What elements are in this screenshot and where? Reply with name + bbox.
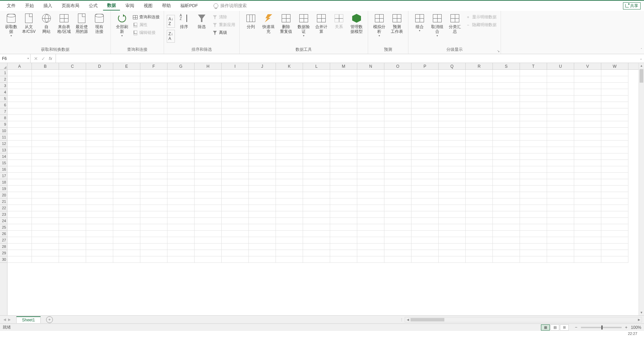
cell[interactable] xyxy=(86,160,113,166)
cell[interactable] xyxy=(86,102,113,108)
cell[interactable] xyxy=(547,256,574,263)
cell[interactable] xyxy=(411,198,439,205)
column-header[interactable]: I xyxy=(222,63,249,69)
cell[interactable] xyxy=(86,256,113,263)
cell[interactable] xyxy=(7,173,32,179)
flash-fill-button[interactable]: 快速填充 xyxy=(260,12,277,35)
cell[interactable] xyxy=(167,160,195,166)
cell[interactable] xyxy=(357,218,384,224)
cell[interactable] xyxy=(330,243,357,250)
cell[interactable] xyxy=(7,218,32,224)
cell[interactable] xyxy=(574,243,601,250)
cell[interactable] xyxy=(86,186,113,192)
cell[interactable] xyxy=(466,128,493,134)
cell[interactable] xyxy=(249,89,276,96)
cell[interactable] xyxy=(167,198,195,205)
cell[interactable] xyxy=(86,153,113,160)
dialog-launcher[interactable]: ↘ xyxy=(497,49,500,53)
cell[interactable] xyxy=(493,205,520,211)
cell[interactable] xyxy=(601,76,628,83)
cell[interactable] xyxy=(547,218,574,224)
cell[interactable] xyxy=(601,250,628,256)
tab-data[interactable]: 数据 xyxy=(103,1,120,10)
cell[interactable] xyxy=(439,147,466,153)
cell[interactable] xyxy=(195,70,222,76)
cell[interactable] xyxy=(167,134,195,141)
cell[interactable] xyxy=(439,128,466,134)
cell[interactable] xyxy=(7,160,32,166)
cell[interactable] xyxy=(547,192,574,198)
cell[interactable] xyxy=(222,115,249,121)
add-sheet-button[interactable]: + xyxy=(46,316,53,323)
cell[interactable] xyxy=(195,250,222,256)
cell[interactable] xyxy=(276,250,303,256)
cell[interactable] xyxy=(7,243,32,250)
cell[interactable] xyxy=(601,211,628,218)
select-all-button[interactable] xyxy=(0,63,7,70)
cell[interactable] xyxy=(113,128,140,134)
cell[interactable] xyxy=(276,153,303,160)
cell[interactable] xyxy=(547,166,574,173)
cell[interactable] xyxy=(547,141,574,147)
cell[interactable] xyxy=(167,166,195,173)
cell[interactable] xyxy=(520,198,547,205)
row-header[interactable]: 27 xyxy=(0,237,7,243)
cell[interactable] xyxy=(439,166,466,173)
cell[interactable] xyxy=(59,83,86,89)
cell[interactable] xyxy=(59,192,86,198)
cell[interactable] xyxy=(195,186,222,192)
cell[interactable] xyxy=(140,160,167,166)
cell[interactable] xyxy=(222,173,249,179)
filter-button[interactable]: 筛选 xyxy=(193,12,210,30)
cell[interactable] xyxy=(86,243,113,250)
scroll-left-button[interactable]: ◀ xyxy=(405,318,410,321)
from-web-button[interactable]: 自 网站 xyxy=(38,12,55,35)
cell[interactable] xyxy=(59,141,86,147)
cell[interactable] xyxy=(276,108,303,115)
cell[interactable] xyxy=(32,205,59,211)
cell[interactable] xyxy=(520,128,547,134)
cell[interactable] xyxy=(59,173,86,179)
cell[interactable] xyxy=(493,153,520,160)
cell[interactable] xyxy=(303,134,330,141)
column-header[interactable]: T xyxy=(520,63,547,69)
cell[interactable] xyxy=(140,224,167,231)
cell[interactable] xyxy=(303,166,330,173)
cell[interactable] xyxy=(249,179,276,186)
cell[interactable] xyxy=(384,224,411,231)
cell[interactable] xyxy=(520,186,547,192)
cell[interactable] xyxy=(7,192,32,198)
cell[interactable] xyxy=(493,231,520,237)
cell[interactable] xyxy=(195,147,222,153)
cell[interactable] xyxy=(86,96,113,102)
cell[interactable] xyxy=(574,250,601,256)
cell[interactable] xyxy=(411,83,439,89)
cell[interactable] xyxy=(520,237,547,243)
cell[interactable] xyxy=(574,211,601,218)
cell[interactable] xyxy=(86,179,113,186)
relationships-button[interactable]: 关系 xyxy=(330,12,347,30)
cell[interactable] xyxy=(466,70,493,76)
tab-home[interactable]: 开始 xyxy=(21,1,38,10)
cell[interactable] xyxy=(357,121,384,128)
cell[interactable] xyxy=(222,198,249,205)
cell[interactable] xyxy=(574,115,601,121)
insert-function-button[interactable]: fx xyxy=(49,56,52,61)
cell[interactable] xyxy=(574,121,601,128)
cell[interactable] xyxy=(303,102,330,108)
cell[interactable] xyxy=(222,70,249,76)
cell[interactable] xyxy=(330,231,357,237)
cell[interactable] xyxy=(384,243,411,250)
cell[interactable] xyxy=(466,147,493,153)
cell[interactable] xyxy=(86,211,113,218)
row-header[interactable]: 28 xyxy=(0,243,7,250)
from-table-button[interactable]: 来自表 格/区域 xyxy=(56,12,73,35)
cell[interactable] xyxy=(276,96,303,102)
cell[interactable] xyxy=(249,96,276,102)
cell[interactable] xyxy=(140,179,167,186)
tab-formulas[interactable]: 公式 xyxy=(85,1,102,10)
ungroup-button[interactable]: 取消组合▾ xyxy=(429,12,446,38)
cell[interactable] xyxy=(520,166,547,173)
cell[interactable] xyxy=(520,89,547,96)
cell[interactable] xyxy=(357,224,384,231)
